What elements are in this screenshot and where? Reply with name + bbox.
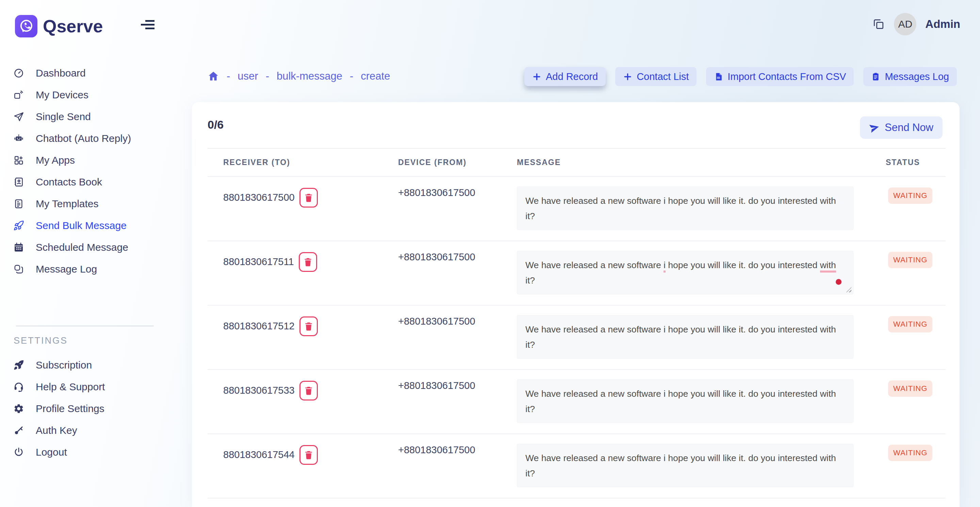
message-textarea[interactable]: We have released a new software i hope y… [517, 186, 853, 230]
column-header-message: MESSAGE [517, 158, 886, 167]
sidebar-item-my-templates[interactable]: My Templates [13, 193, 163, 215]
message-cell: We have released a new software i hope y… [517, 177, 886, 241]
sidebar-item-label: Help & Support [36, 381, 105, 393]
sidebar-item-send-bulk-message[interactable]: Send Bulk Message [13, 215, 163, 237]
receiver-number: 8801830617500 [223, 189, 295, 205]
add-record-button[interactable]: Add Record [524, 67, 606, 86]
receiver-cell: 8801830617544 [208, 434, 398, 498]
sidebar-item-logout[interactable]: Logout [13, 441, 163, 463]
sidebar-item-single-send[interactable]: Single Send [13, 106, 163, 127]
sidebar-item-my-apps[interactable]: My Apps [13, 149, 163, 171]
import-contacts-from-csv-button[interactable]: Import Contacts From CSV [706, 67, 854, 86]
trash-icon [304, 450, 314, 460]
sidebar-item-chatbot-auto-reply[interactable]: Chatbot (Auto Reply) [13, 127, 163, 149]
calendar-icon [13, 242, 24, 253]
message-textarea[interactable]: We have released a new software i hope y… [517, 444, 853, 487]
sidebar-toggle-menu-icon[interactable] [140, 20, 154, 31]
breadcrumb-separator: - [350, 70, 353, 83]
whatsapp-logo-icon [18, 18, 34, 34]
breadcrumb-separator: - [266, 70, 269, 83]
device-number: +8801830617500 [398, 434, 517, 498]
message-textarea[interactable]: We have released a new software i hope y… [517, 380, 853, 423]
plus-icon [623, 72, 632, 81]
send-now-button[interactable]: Send Now [860, 116, 943, 139]
sidebar-item-label: My Devices [36, 89, 89, 101]
dashboard-icon [13, 68, 24, 79]
sidebar-item-my-devices[interactable]: My Devices [13, 84, 163, 106]
brand-logo [15, 15, 37, 37]
sidebar-item-contacts-book[interactable]: Contacts Book [13, 171, 163, 193]
user-name[interactable]: Admin [925, 18, 960, 31]
status-badge: WAITING [888, 188, 932, 204]
clipboard-icon [871, 72, 880, 81]
sidebar-item-help-support[interactable]: Help & Support [13, 376, 163, 398]
delete-record-button[interactable] [299, 381, 318, 401]
template-file-icon [13, 199, 24, 209]
breadcrumb-item-bulk-message[interactable]: bulk-message [277, 70, 342, 83]
receiver-cell: 8801830617512 [208, 305, 398, 369]
receiver-number: 8801830617544 [223, 447, 295, 463]
column-header-status: STATUS [886, 158, 946, 167]
avatar[interactable]: AD [894, 13, 916, 35]
rocket-icon [13, 220, 24, 231]
status-cell: WAITING [886, 177, 946, 241]
power-icon [13, 447, 24, 458]
apps-plus-icon [13, 155, 24, 166]
sidebar-item-dashboard[interactable]: Dashboard [13, 62, 163, 84]
sidebar-item-label: Message Log [36, 263, 97, 275]
device-number: +8801830617500 [398, 241, 517, 305]
column-header-receiver-to: RECEIVER (TO) [208, 158, 398, 167]
contact-list-button[interactable]: Contact List [615, 67, 697, 86]
sidebar-item-label: My Apps [36, 154, 75, 166]
sidebar-item-auth-key[interactable]: Auth Key [13, 420, 163, 441]
sidebar-item-label: Logout [36, 447, 67, 458]
cursor-dot [836, 279, 842, 285]
copy-icon[interactable] [872, 18, 885, 31]
message-cell: We have released a new software i hope y… [517, 370, 886, 434]
panel-header: 0/6 Send Now [192, 102, 959, 148]
devices-icon [13, 89, 24, 100]
textarea-resize-handle-icon[interactable] [846, 287, 851, 292]
status-badge: WAITING [888, 445, 932, 461]
csv-file-icon [714, 72, 723, 81]
contacts-book-icon [13, 176, 24, 188]
sidebar-item-label: Contacts Book [36, 176, 102, 188]
message-textarea[interactable]: We have released a new software i hope y… [517, 251, 853, 294]
sidebar-item-profile-settings[interactable]: Profile Settings [13, 398, 163, 420]
table-row: 8801830617544+8801830617500We have relea… [208, 434, 946, 499]
delete-record-button[interactable] [299, 252, 317, 272]
status-badge: WAITING [888, 380, 932, 397]
sidebar-item-subscription[interactable]: Subscription [13, 354, 163, 376]
table-body: 8801830617500+8801830617500We have relea… [208, 177, 946, 499]
delete-record-button[interactable] [299, 188, 318, 208]
bulk-message-panel: 0/6 Send Now RECEIVER (TO)DEVICE (FROM)M… [192, 102, 959, 507]
delete-record-button[interactable] [299, 316, 318, 336]
trash-icon [304, 321, 314, 331]
key-icon [13, 425, 24, 436]
status-cell: WAITING [886, 434, 946, 498]
home-icon[interactable] [208, 70, 219, 82]
breadcrumb-item-create[interactable]: create [361, 70, 390, 83]
messages-log-button[interactable]: Messages Log [863, 67, 957, 86]
receiver-cell: 8801830617533 [208, 370, 398, 434]
message-textarea[interactable]: We have released a new software i hope y… [517, 315, 853, 359]
button-label: Contact List [637, 71, 689, 83]
trash-icon [303, 257, 313, 267]
delete-record-button[interactable] [299, 445, 318, 465]
app-title: Qserve [43, 16, 103, 37]
table-row: 8801830617511+8801830617500We have relea… [208, 241, 946, 305]
sidebar-item-message-log[interactable]: Message Log [13, 258, 163, 280]
receiver-number: 8801830617511 [223, 253, 294, 270]
message-cell: We have released a new software i hope y… [517, 434, 886, 498]
table-row: 8801830617533+8801830617500We have relea… [208, 370, 946, 434]
paper-plane-icon [13, 111, 24, 122]
spellcheck-underline: with [820, 260, 836, 273]
breadcrumb-item-user[interactable]: user [237, 70, 258, 83]
trash-icon [304, 386, 314, 396]
spellcheck-underline: i [663, 260, 666, 273]
sidebar-item-scheduled-message[interactable]: Scheduled Message [13, 237, 163, 258]
table-row: 8801830617512+8801830617500We have relea… [208, 305, 946, 370]
toolbar: Add RecordContact ListImport Contacts Fr… [524, 67, 957, 86]
message-cell: We have released a new software i hope y… [517, 305, 886, 369]
gear-icon [13, 403, 24, 414]
